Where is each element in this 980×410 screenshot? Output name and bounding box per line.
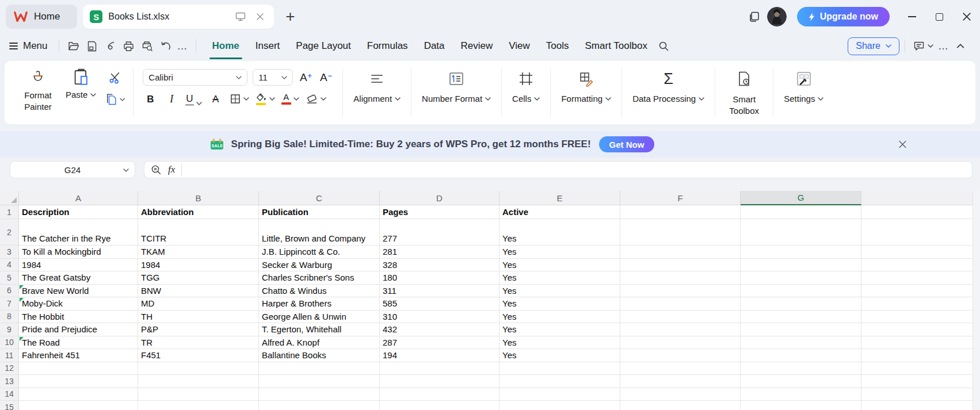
open-file-icon[interactable] xyxy=(64,37,83,55)
cell-C8[interactable]: George Allen & Unwin xyxy=(259,311,380,324)
cell-E5[interactable]: Yes xyxy=(499,271,620,285)
cell-E7[interactable]: Yes xyxy=(499,297,620,311)
cell-D14[interactable] xyxy=(380,388,499,401)
cell-A1[interactable]: Description xyxy=(19,205,138,219)
cell-D13[interactable] xyxy=(380,375,499,388)
screen-mode-icon[interactable] xyxy=(234,10,247,24)
cell-F2[interactable] xyxy=(620,219,741,246)
close-window-icon[interactable] xyxy=(963,13,971,21)
cell-D10[interactable]: 287 xyxy=(380,336,499,350)
cell-F11[interactable] xyxy=(620,349,741,362)
cell-B3[interactable]: TKAM xyxy=(138,246,259,259)
cell-C9[interactable]: T. Egerton, Whitehall xyxy=(259,323,380,336)
cell-partial-1[interactable] xyxy=(861,205,980,219)
settings-button[interactable]: Settings xyxy=(773,61,834,124)
cell-D6[interactable]: 311 xyxy=(380,285,499,298)
cell-G9[interactable] xyxy=(741,323,861,336)
home-workspace-tab[interactable]: Home xyxy=(6,5,77,29)
cell-partial-14[interactable] xyxy=(861,388,980,401)
cell-partial-10[interactable] xyxy=(861,336,980,350)
cell-G13[interactable] xyxy=(741,375,861,388)
borders-button[interactable] xyxy=(230,93,249,105)
increase-font-size-button[interactable]: A+ xyxy=(298,70,313,85)
cell-B10[interactable]: TR xyxy=(138,336,259,350)
cell-C5[interactable]: Charles Scribner's Sons xyxy=(259,271,380,285)
cell-partial-2[interactable] xyxy=(861,219,980,246)
cell-E8[interactable]: Yes xyxy=(499,311,620,324)
get-now-button[interactable]: Get Now xyxy=(599,136,655,152)
cell-G1[interactable] xyxy=(741,205,861,219)
cell-partial-8[interactable] xyxy=(861,311,980,324)
cell-A14[interactable] xyxy=(19,388,138,401)
cell-D15[interactable] xyxy=(380,401,499,410)
column-header-partial[interactable] xyxy=(861,191,980,205)
cell-E1[interactable]: Active xyxy=(499,205,620,219)
cell-D11[interactable]: 194 xyxy=(380,349,499,362)
cell-C12[interactable] xyxy=(259,362,380,375)
cell-C15[interactable] xyxy=(259,401,380,410)
cell-C11[interactable]: Ballantine Books xyxy=(259,349,380,362)
cell-D3[interactable]: 281 xyxy=(380,246,499,259)
cell-G7[interactable] xyxy=(741,297,861,311)
row-header-13[interactable]: 13 xyxy=(0,375,19,388)
cell-F12[interactable] xyxy=(620,362,741,375)
cell-C4[interactable]: Secker & Warburg xyxy=(259,259,380,272)
menu-button-label[interactable]: Menu xyxy=(23,40,48,52)
cell-partial-7[interactable] xyxy=(861,297,980,311)
collapse-ribbon-icon[interactable] xyxy=(951,37,970,55)
cell-D5[interactable]: 180 xyxy=(380,271,499,285)
cell-E4[interactable]: Yes xyxy=(499,259,620,272)
row-header-4[interactable]: 4 xyxy=(0,259,19,272)
cell-partial-9[interactable] xyxy=(861,323,980,336)
cell-F7[interactable] xyxy=(620,297,741,311)
menu-tab-page-layout[interactable]: Page Layout xyxy=(288,36,358,56)
cell-A15[interactable] xyxy=(19,401,138,410)
comments-icon[interactable] xyxy=(910,37,936,55)
menu-tab-formulas[interactable]: Formulas xyxy=(360,36,415,56)
search-icon[interactable] xyxy=(655,37,673,55)
minimize-icon[interactable] xyxy=(908,16,916,17)
cell-D9[interactable]: 432 xyxy=(380,323,499,336)
save-icon[interactable] xyxy=(83,37,101,55)
cell-partial-13[interactable] xyxy=(861,375,980,388)
cell-A11[interactable]: Fahrenheit 451 xyxy=(19,349,138,362)
cell-D7[interactable]: 585 xyxy=(380,297,499,311)
cell-G15[interactable] xyxy=(741,401,861,410)
cell-F14[interactable] xyxy=(620,388,741,401)
menu-tab-review[interactable]: Review xyxy=(453,36,501,56)
cell-B12[interactable] xyxy=(138,362,259,375)
cell-C13[interactable] xyxy=(259,375,380,388)
row-header-11[interactable]: 11 xyxy=(0,349,19,362)
cell-partial-15[interactable] xyxy=(861,401,980,410)
strikethrough-button[interactable]: A xyxy=(208,91,223,106)
row-header-1[interactable]: 1 xyxy=(0,205,19,219)
cell-C10[interactable]: Alfred A. Knopf xyxy=(259,336,380,350)
cell-partial-5[interactable] xyxy=(861,271,980,285)
share-button[interactable]: Share xyxy=(848,37,899,55)
italic-button[interactable]: I xyxy=(164,91,179,106)
cells-button[interactable]: Cells xyxy=(502,61,550,124)
data-processing-button[interactable]: Σ Data Processing xyxy=(622,61,715,124)
cell-F5[interactable] xyxy=(620,271,741,285)
cell-G11[interactable] xyxy=(741,349,861,362)
cell-E10[interactable]: Yes xyxy=(499,336,620,350)
cell-A12[interactable] xyxy=(19,362,138,375)
cell-G4[interactable] xyxy=(741,259,861,272)
cell-A5[interactable]: The Great Gatsby xyxy=(19,271,138,285)
user-avatar[interactable] xyxy=(767,7,787,26)
cell-B6[interactable]: BNW xyxy=(138,285,259,298)
close-tab-icon[interactable] xyxy=(253,10,267,24)
cell-G10[interactable] xyxy=(741,336,861,350)
cell-E11[interactable]: Yes xyxy=(499,349,620,362)
cell-B1[interactable]: Abbreviation xyxy=(138,205,259,219)
font-color-button[interactable]: A xyxy=(281,93,299,105)
cell-partial-11[interactable] xyxy=(861,349,980,362)
cell-D8[interactable]: 310 xyxy=(380,311,499,324)
column-header-A[interactable]: A xyxy=(19,191,138,205)
cell-B11[interactable]: F451 xyxy=(138,349,259,362)
font-name-select[interactable]: Calibri xyxy=(143,69,247,86)
cell-G3[interactable] xyxy=(741,246,861,259)
cell-A7[interactable]: Moby-Dick xyxy=(19,297,138,311)
name-box[interactable]: G24 xyxy=(10,161,135,178)
banner-close-icon[interactable] xyxy=(899,141,906,148)
